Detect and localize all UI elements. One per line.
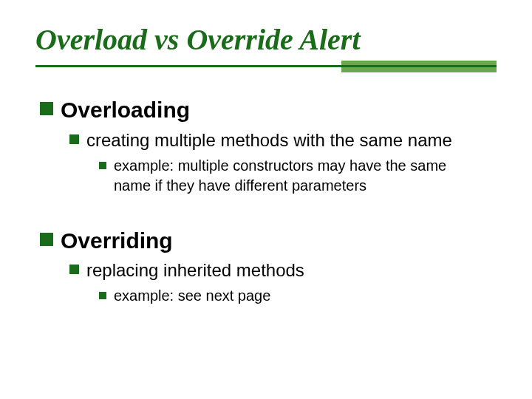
overriding-example: example: see next page <box>114 286 270 306</box>
square-bullet-icon <box>69 265 79 274</box>
square-bullet-icon <box>69 134 79 144</box>
heading-overloading: Overloading <box>61 96 190 124</box>
bullet-level3: example: multiple constructors may have … <box>99 156 483 196</box>
overloading-example: example: multiple constructors may have … <box>114 156 483 196</box>
section-gap <box>40 205 497 221</box>
overriding-definition: replacing inherited methods <box>86 259 304 282</box>
heading-overriding: Overriding <box>61 227 173 255</box>
divider-line <box>35 65 497 67</box>
bullet-level2: replacing inherited methods <box>69 259 497 282</box>
slide-content: Overloading creating multiple methods wi… <box>35 96 497 306</box>
square-bullet-icon <box>99 162 106 169</box>
bullet-level2: creating multiple methods with the same … <box>69 129 497 151</box>
overloading-definition: creating multiple methods with the same … <box>86 129 452 151</box>
bullet-level1: Overloading <box>40 96 497 124</box>
slide: Overload vs Override Alert Overloading c… <box>0 0 532 399</box>
bullet-level3: example: see next page <box>99 286 483 306</box>
square-bullet-icon <box>99 292 106 299</box>
square-bullet-icon <box>40 102 53 115</box>
slide-title: Overload vs Override Alert <box>35 24 497 56</box>
bullet-level1: Overriding <box>40 227 497 255</box>
square-bullet-icon <box>40 233 53 246</box>
title-divider <box>35 61 497 83</box>
